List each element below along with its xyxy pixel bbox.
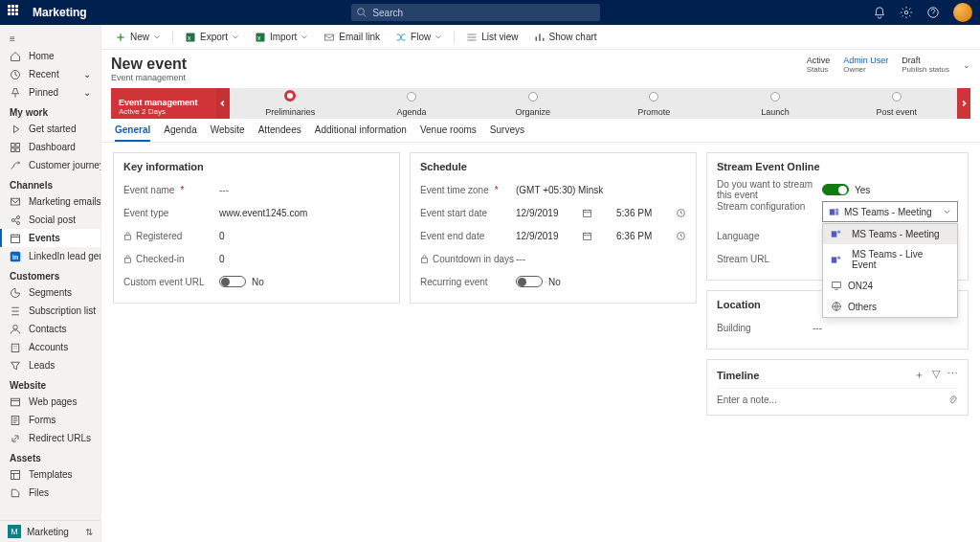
nav-pinned[interactable]: Pinned⌄	[0, 83, 100, 102]
toggle-custom-url[interactable]	[219, 276, 246, 287]
record-subtitle: Event management	[111, 73, 187, 82]
process-stage-organize[interactable]: Organize	[472, 88, 593, 119]
select-stream-configuration[interactable]: MS Teams - Meeting MS Teams - Meeting MS…	[822, 201, 958, 222]
nav-get-started[interactable]: Get started	[0, 120, 100, 138]
key-info-title: Key information	[123, 161, 390, 172]
cmd-new[interactable]: New	[109, 30, 167, 45]
cmd-flow[interactable]: Flow	[390, 30, 448, 45]
tab-surveys[interactable]: Surveys	[490, 124, 524, 142]
nav-accounts[interactable]: Accounts	[0, 338, 100, 356]
toggle-stream-event[interactable]	[822, 184, 849, 195]
option-on24[interactable]: ON24	[823, 275, 957, 296]
field-time-zone[interactable]: (GMT +05:30) Minsk	[516, 185, 686, 195]
nav-segments[interactable]: Segments	[0, 283, 100, 302]
cmd-export[interactable]: xExport	[179, 30, 245, 45]
process-stage-event-management[interactable]: Event management Active 2 Days	[111, 88, 216, 119]
nav-social-post[interactable]: Social post	[0, 211, 100, 229]
nav-dashboard[interactable]: Dashboard	[0, 138, 100, 156]
gear-icon[interactable]	[900, 6, 913, 19]
nav-customer-journeys[interactable]: Customer journeys	[0, 156, 100, 174]
bell-icon[interactable]	[873, 6, 886, 19]
tab-venue-rooms[interactable]: Venue rooms	[420, 124, 477, 142]
nav-group-mywork: My work	[0, 102, 100, 120]
nav-forms[interactable]: Forms	[0, 411, 100, 429]
tab-agenda[interactable]: Agenda	[164, 124, 196, 142]
nav-marketing-emails[interactable]: Marketing emails	[0, 192, 100, 211]
search-icon	[357, 8, 367, 17]
attachment-icon[interactable]	[947, 395, 958, 405]
calendar-icon[interactable]	[582, 208, 592, 218]
status-owner[interactable]: Admin UserOwner	[843, 56, 888, 74]
field-end-date[interactable]: 12/9/2019	[516, 231, 559, 241]
nav-web-pages[interactable]: Web pages	[0, 393, 100, 411]
tab-website[interactable]: Website	[211, 124, 245, 142]
nav-recent[interactable]: Recent⌄	[0, 65, 100, 83]
tab-additional-information[interactable]: Additional information	[315, 124, 407, 142]
timeline-add-icon[interactable]: ＋	[914, 368, 924, 382]
clock-icon[interactable]	[676, 231, 686, 241]
timeline-filter-icon[interactable]: ▽	[932, 368, 940, 382]
tab-attendees[interactable]: Attendees	[258, 124, 301, 142]
svg-rect-3	[11, 143, 15, 147]
svg-rect-6	[16, 147, 20, 151]
process-next-arrow[interactable]	[957, 88, 970, 119]
app-launcher-icon[interactable]	[8, 5, 23, 20]
app-name: Marketing	[33, 6, 87, 19]
nav-contacts[interactable]: Contacts	[0, 320, 100, 338]
process-stage-promote[interactable]: Promote	[593, 88, 715, 119]
svg-rect-34	[832, 231, 837, 237]
option-others[interactable]: Others	[823, 296, 957, 317]
cmd-list-view[interactable]: List view	[460, 30, 523, 45]
area-switcher[interactable]: M Marketing ⇅	[0, 520, 100, 542]
nav-subscription-list[interactable]: Subscription list	[0, 302, 100, 320]
timeline-note-input[interactable]: Enter a note...	[717, 388, 958, 405]
field-start-time[interactable]: 5:36 PM	[616, 208, 652, 218]
timeline-more-icon[interactable]: ⋯	[947, 368, 958, 382]
chevron-down-icon	[301, 34, 308, 41]
chevron-down-icon[interactable]: ⌄	[963, 60, 970, 70]
field-start-date[interactable]: 12/9/2019	[516, 208, 559, 218]
svg-point-0	[904, 11, 908, 14]
global-search[interactable]	[351, 4, 600, 21]
field-event-name[interactable]: ---	[219, 185, 390, 195]
nav-templates[interactable]: Templates	[0, 465, 100, 484]
search-input[interactable]	[372, 8, 594, 18]
field-building[interactable]: ---	[813, 323, 958, 333]
svg-rect-24	[125, 235, 131, 239]
nav-group-website: Website	[0, 374, 100, 393]
chevron-down-icon: ⌄	[83, 69, 91, 79]
nav-collapse-icon[interactable]: ≡	[0, 31, 100, 47]
chevron-down-icon	[232, 34, 239, 41]
field-event-type[interactable]: www.event1245.com	[219, 208, 390, 218]
tab-general[interactable]: General	[115, 124, 150, 142]
nav-events[interactable]: Events	[0, 229, 100, 247]
cmd-show-chart[interactable]: Show chart	[528, 30, 603, 45]
nav-redirect-urls[interactable]: Redirect URLs	[0, 429, 100, 447]
process-stage-post-event[interactable]: Post event	[835, 88, 957, 119]
process-prev-arrow[interactable]	[216, 88, 230, 119]
calendar-icon[interactable]	[582, 231, 592, 241]
toggle-recurring[interactable]	[516, 276, 543, 287]
process-stage-agenda[interactable]: Agenda	[351, 88, 473, 119]
nav-leads[interactable]: Leads	[0, 356, 100, 374]
help-icon[interactable]	[926, 6, 940, 19]
dropdown-stream-options: MS Teams - Meeting MS Teams - Live Event…	[822, 223, 958, 318]
process-bar: Event management Active 2 Days Prelimina…	[111, 88, 970, 119]
process-stage-launch[interactable]: Launch	[715, 88, 836, 119]
nav-linkedin[interactable]: inLinkedIn lead gen	[0, 247, 100, 265]
user-avatar[interactable]	[953, 3, 972, 22]
field-end-time[interactable]: 6:36 PM	[616, 231, 652, 241]
field-checked-in: 0	[219, 254, 390, 264]
nav-home[interactable]: Home	[0, 47, 100, 65]
status-active: ActiveStatus	[807, 56, 831, 74]
form-tabs: General Agenda Website Attendees Additio…	[101, 119, 980, 143]
cmd-import[interactable]: xImport	[249, 30, 314, 45]
option-ms-teams-live-event[interactable]: MS Teams - Live Event	[823, 244, 957, 275]
field-countdown: ---	[516, 254, 686, 264]
area-badge-icon: M	[8, 525, 21, 538]
cmd-email-link[interactable]: Email link	[318, 30, 386, 45]
process-stage-preliminaries[interactable]: Preliminaries	[230, 88, 351, 119]
nav-files[interactable]: Files	[0, 484, 100, 502]
clock-icon[interactable]	[676, 208, 686, 218]
option-ms-teams-meeting[interactable]: MS Teams - Meeting	[823, 224, 957, 244]
